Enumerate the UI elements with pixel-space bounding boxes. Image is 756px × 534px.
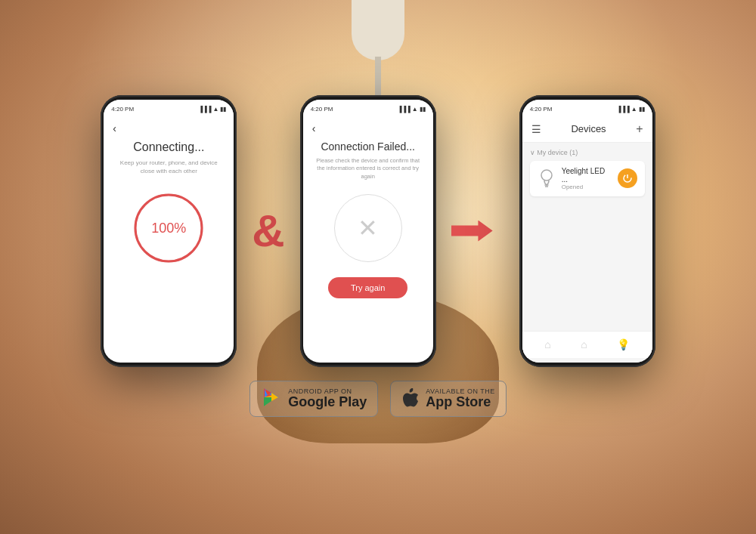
battery-icon2: ▮▮	[420, 106, 426, 113]
back-arrow2-icon[interactable]: ‹	[312, 122, 424, 134]
signal-icon2: ▐▐▐	[398, 106, 411, 113]
chevron-down-icon: ∨	[530, 149, 538, 156]
nav-home-icon[interactable]: ⌂	[544, 338, 550, 350]
phone3-time: 4:20 PM	[530, 106, 553, 113]
phone2-status-bar: 4:20 PM ▐▐▐ ▲ ▮▮	[303, 100, 433, 116]
phone2-time: 4:20 PM	[311, 106, 333, 113]
badges-row: ANdROid APP ON Google Play Available on …	[249, 381, 507, 417]
signal-icon3: ▐▐▐	[617, 106, 630, 113]
phone-failed: 4:20 PM ▐▐▐ ▲ ▮▮ ‹ Connection Failed... …	[300, 95, 436, 367]
wifi-icon3: ▲	[631, 106, 637, 113]
phone2-screen: 4:20 PM ▐▐▐ ▲ ▮▮ ‹ Connection Failed... …	[303, 100, 433, 363]
google-play-big-text: Google Play	[288, 395, 367, 410]
phone1-content: ‹ Connecting... Keep your router, phone,…	[104, 116, 234, 287]
phone-devices: 4:20 PM ▐▐▐ ▲ ▮▮ ☰ Devices +	[519, 95, 655, 367]
x-circle-icon: ✕	[334, 194, 402, 262]
google-play-badge[interactable]: ANdROid APP ON Google Play	[249, 381, 378, 417]
google-play-icon	[261, 387, 282, 411]
battery-icon: ▮▮	[220, 106, 226, 113]
my-device-label: ∨ My device (1)	[530, 149, 645, 156]
arrow-right-symbol	[451, 212, 504, 250]
app-store-big-text: App Store	[426, 395, 495, 410]
device-name: Yeelight LED ...	[562, 167, 612, 184]
wifi-icon2: ▲	[412, 106, 418, 113]
device-power-button[interactable]	[618, 168, 637, 188]
progress-text: 100%	[151, 220, 186, 236]
phone1-screen: 4:20 PM ▐▐▐ ▲ ▮▮ ‹ Connecting... Keep yo…	[104, 100, 234, 363]
connecting-subtitle: Keep your router, phone, and device clos…	[113, 159, 225, 175]
phone3-content: ☰ Devices + ∨ My device (1)	[522, 116, 652, 363]
signal-icon: ▐▐▐	[198, 106, 211, 113]
device-status: Opened	[562, 184, 612, 190]
failed-title: Connection Failed...	[312, 140, 424, 153]
phones-row: 4:20 PM ▐▐▐ ▲ ▮▮ ‹ Connecting... Keep yo…	[101, 95, 655, 367]
failed-subtitle: Please check the device and confirm that…	[312, 157, 424, 181]
add-device-icon[interactable]: +	[636, 122, 643, 136]
phone2-content: ‹ Connection Failed... Please check the …	[303, 116, 433, 305]
back-arrow-icon[interactable]: ‹	[113, 122, 225, 134]
connecting-title: Connecting...	[113, 140, 225, 154]
phone1-status-bar: 4:20 PM ▐▐▐ ▲ ▮▮	[104, 100, 234, 116]
try-again-button[interactable]: Try again	[328, 277, 407, 298]
devices-section: ∨ My device (1)	[522, 143, 652, 199]
phone3-screen: 4:20 PM ▐▐▐ ▲ ▮▮ ☰ Devices +	[522, 100, 652, 363]
google-play-text: ANdROid APP ON Google Play	[288, 387, 367, 410]
phone3-icons: ▐▐▐ ▲ ▮▮	[617, 106, 645, 113]
phone3-bottom-nav: ⌂ ⌂ 💡	[522, 331, 652, 358]
phone-connecting: 4:20 PM ▐▐▐ ▲ ▮▮ ‹ Connecting... Keep yo…	[101, 95, 237, 367]
apple-icon	[401, 387, 420, 411]
phone2-icons: ▐▐▐ ▲ ▮▮	[398, 106, 426, 113]
hamburger-icon[interactable]: ☰	[531, 123, 541, 135]
devices-header: ☰ Devices +	[522, 116, 652, 143]
ampersand-symbol: &	[252, 208, 284, 254]
phone1-time: 4:20 PM	[111, 106, 134, 113]
phone1-icons: ▐▐▐ ▲ ▮▮	[198, 106, 226, 113]
svg-point-2	[541, 170, 552, 181]
battery-icon3: ▮▮	[639, 106, 645, 113]
app-store-text: Available on the App Store	[426, 387, 495, 410]
main-content: 4:20 PM ▐▐▐ ▲ ▮▮ ‹ Connecting... Keep yo…	[0, 0, 756, 534]
app-store-badge[interactable]: Available on the App Store	[390, 381, 507, 417]
device-info: Yeelight LED ... Opened	[562, 167, 612, 190]
devices-title: Devices	[571, 123, 606, 134]
device-list-item[interactable]: Yeelight LED ... Opened	[530, 161, 645, 196]
nav-house-icon[interactable]: ⌂	[581, 338, 587, 350]
nav-device-icon[interactable]: 💡	[617, 338, 630, 350]
bulb-icon	[538, 167, 556, 190]
phone3-status-bar: 4:20 PM ▐▐▐ ▲ ▮▮	[522, 100, 652, 116]
wifi-icon: ▲	[212, 106, 218, 113]
my-device-text: My device (1)	[537, 149, 578, 156]
progress-circle: 100%	[131, 190, 206, 266]
